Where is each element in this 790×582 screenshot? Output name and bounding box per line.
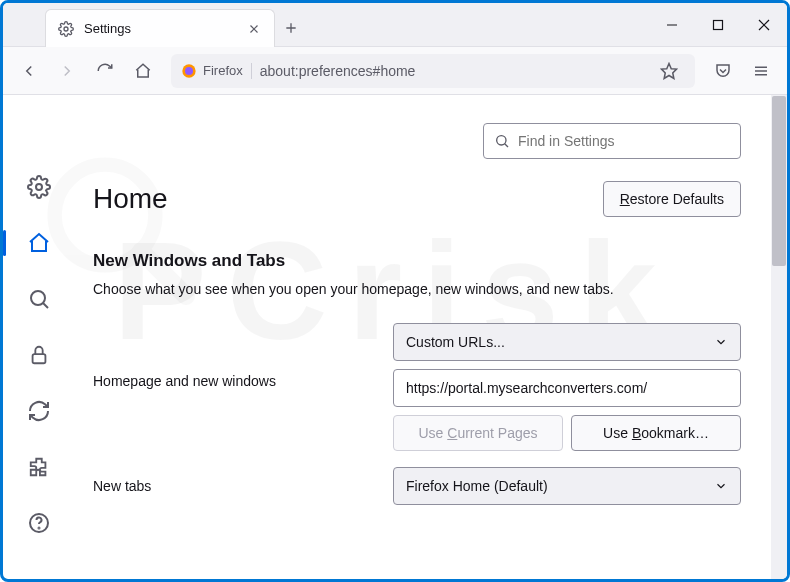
use-current-pages-button[interactable]: Use Current Pages	[393, 415, 563, 451]
homepage-mode-value: Custom URLs...	[406, 334, 505, 350]
vertical-scrollbar[interactable]	[771, 95, 787, 579]
svg-point-12	[185, 67, 193, 75]
sidebar-item-home[interactable]	[25, 229, 53, 257]
site-identity[interactable]: Firefox	[181, 63, 252, 79]
sidebar-item-help[interactable]	[25, 509, 53, 537]
url-text: about:preferences#home	[260, 63, 416, 79]
browser-tab[interactable]: Settings	[45, 9, 275, 47]
section-description: Choose what you see when you open your h…	[93, 281, 741, 297]
chevron-down-icon	[714, 335, 728, 349]
newtabs-select[interactable]: Firefox Home (Default)	[393, 467, 741, 505]
chevron-down-icon	[714, 479, 728, 493]
new-tab-button[interactable]	[275, 9, 307, 46]
sidebar-item-general[interactable]	[25, 173, 53, 201]
sidebar-item-search[interactable]	[25, 285, 53, 313]
svg-point-22	[39, 528, 40, 529]
svg-rect-20	[33, 354, 46, 363]
svg-marker-13	[662, 63, 677, 78]
sidebar-item-extensions[interactable]	[25, 453, 53, 481]
settings-main: Home Restore Defaults New Windows and Ta…	[75, 95, 771, 579]
sidebar-item-privacy[interactable]	[25, 341, 53, 369]
window-controls	[649, 3, 787, 46]
settings-search-input[interactable]	[518, 133, 730, 149]
pocket-button[interactable]	[707, 55, 739, 87]
maximize-button[interactable]	[695, 3, 741, 47]
homepage-label: Homepage and new windows	[93, 323, 393, 389]
home-button[interactable]	[127, 55, 159, 87]
settings-search[interactable]	[483, 123, 741, 159]
section-title: New Windows and Tabs	[93, 251, 741, 271]
svg-point-18	[31, 291, 45, 305]
newtabs-label: New tabs	[93, 478, 393, 494]
back-button[interactable]	[13, 55, 45, 87]
minimize-button[interactable]	[649, 3, 695, 47]
scrollbar-thumb[interactable]	[772, 96, 786, 266]
firefox-icon	[181, 63, 197, 79]
use-bookmark-button[interactable]: Use Bookmark…	[571, 415, 741, 451]
restore-defaults-button[interactable]: Restore Defaults	[603, 181, 741, 217]
url-bar[interactable]: Firefox about:preferences#home	[171, 54, 695, 88]
titlebar: Settings	[3, 3, 787, 47]
newtabs-value: Firefox Home (Default)	[406, 478, 548, 494]
close-icon[interactable]	[246, 21, 262, 37]
svg-line-24	[505, 144, 508, 147]
search-icon	[494, 133, 510, 149]
toolbar: Firefox about:preferences#home	[3, 47, 787, 95]
svg-rect-8	[714, 21, 723, 30]
forward-button[interactable]	[51, 55, 83, 87]
svg-point-2	[64, 27, 68, 31]
close-window-button[interactable]	[741, 3, 787, 47]
svg-point-17	[36, 184, 42, 190]
svg-line-19	[43, 303, 48, 308]
gear-icon	[58, 21, 74, 37]
homepage-url-input[interactable]	[393, 369, 741, 407]
homepage-mode-select[interactable]: Custom URLs...	[393, 323, 741, 361]
reload-button[interactable]	[89, 55, 121, 87]
tab-title: Settings	[84, 21, 236, 36]
page-title: Home	[93, 183, 168, 215]
bookmark-star-icon[interactable]	[653, 55, 685, 87]
app-menu-button[interactable]	[745, 55, 777, 87]
sidebar-item-sync[interactable]	[25, 397, 53, 425]
svg-point-23	[497, 136, 506, 145]
identity-label: Firefox	[203, 63, 243, 78]
settings-sidebar	[3, 95, 75, 579]
